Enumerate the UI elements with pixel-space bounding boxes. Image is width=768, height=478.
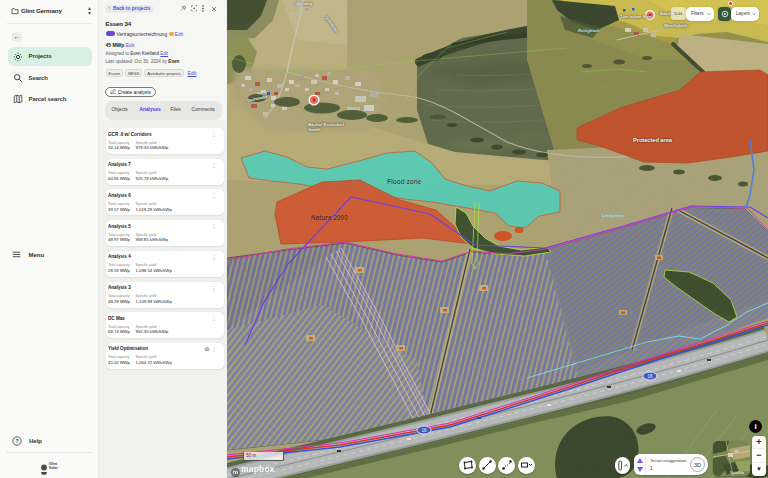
svg-text:Satellite: Satellite <box>730 470 745 475</box>
svg-text:?: ? <box>15 438 19 444</box>
